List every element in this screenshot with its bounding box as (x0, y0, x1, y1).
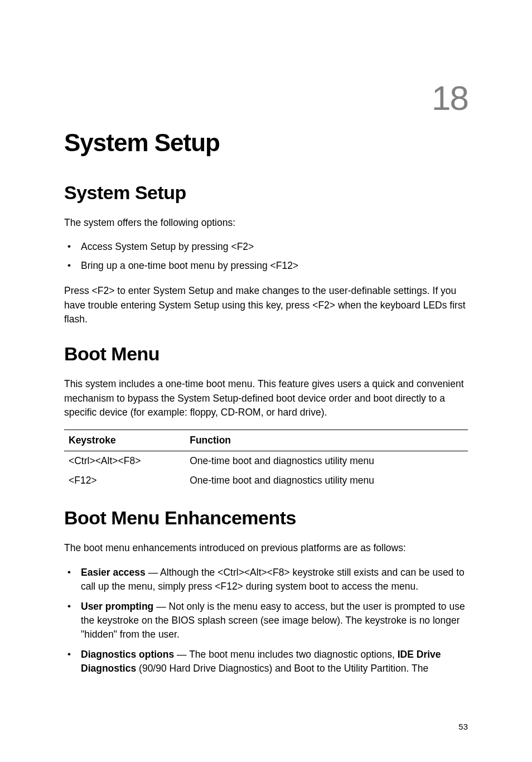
table-row: <F12> One-time boot and diagnostics util… (64, 471, 468, 490)
boot-menu-enh-intro: The boot menu enhancements introduced on… (64, 541, 468, 555)
section-system-setup: System Setup The system offers the follo… (64, 182, 468, 326)
section-boot-menu-enhancements: Boot Menu Enhancements The boot menu enh… (64, 507, 468, 676)
table-cell-function: One-time boot and diagnostics utility me… (185, 451, 468, 471)
table-header-keystroke: Keystroke (64, 430, 185, 451)
system-setup-bullet-list: Access System Setup by pressing <F2> Bri… (64, 240, 468, 273)
system-setup-intro: The system offers the following options: (64, 216, 468, 230)
page-number: 53 (458, 722, 468, 731)
list-item: Access System Setup by pressing <F2> (81, 240, 468, 254)
section-title-system-setup: System Setup (64, 182, 468, 204)
list-item: Bring up a one-time boot menu by pressin… (81, 259, 468, 273)
table-header-row: Keystroke Function (64, 430, 468, 451)
enh-item-text-after: (90/90 Hard Drive Diagnostics) and Boot … (136, 663, 428, 674)
system-setup-para: Press <F2> to enter System Setup and mak… (64, 284, 468, 326)
keystroke-table: Keystroke Function <Ctrl><Alt><F8> One-t… (64, 430, 468, 490)
table-header-function: Function (185, 430, 468, 451)
table-row: <Ctrl><Alt><F8> One-time boot and diagno… (64, 451, 468, 471)
enh-item-label: Easier access (81, 567, 146, 578)
table-cell-keystroke: <Ctrl><Alt><F8> (64, 451, 185, 471)
section-boot-menu: Boot Menu This system includes a one-tim… (64, 343, 468, 490)
enh-item-label: Diagnostics options (81, 649, 174, 660)
chapter-number: 18 (64, 78, 468, 118)
list-item: Diagnostics options — The boot menu incl… (81, 648, 468, 676)
table-cell-function: One-time boot and diagnostics utility me… (185, 471, 468, 490)
section-title-boot-menu-enhancements: Boot Menu Enhancements (64, 507, 468, 529)
list-item: Easier access — Although the <Ctrl><Alt>… (81, 566, 468, 594)
enh-item-label: User prompting (81, 601, 153, 612)
boot-menu-intro: This system includes a one-time boot men… (64, 377, 468, 419)
chapter-title: System Setup (64, 129, 468, 157)
boot-menu-enh-list: Easier access — Although the <Ctrl><Alt>… (64, 566, 468, 676)
list-item: User prompting — Not only is the menu ea… (81, 600, 468, 642)
enh-item-text-before: — The boot menu includes two diagnostic … (174, 649, 397, 660)
section-title-boot-menu: Boot Menu (64, 343, 468, 365)
table-cell-keystroke: <F12> (64, 471, 185, 490)
